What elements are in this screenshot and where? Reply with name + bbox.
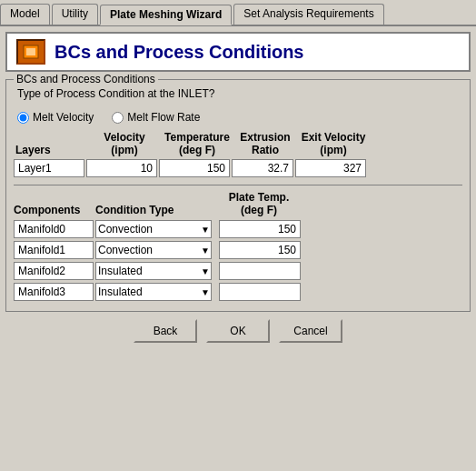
- layer-name-input[interactable]: [14, 159, 84, 177]
- col-header-exit: Exit Velocity (ipm): [297, 131, 370, 157]
- col-header-velocity: Velocity (ipm): [88, 131, 161, 157]
- plate-temp-3[interactable]: [219, 283, 301, 301]
- extrusion-input[interactable]: [232, 159, 293, 177]
- layer-input-row: [14, 159, 462, 177]
- tab-utility[interactable]: Utility: [52, 4, 98, 25]
- bcs-icon: [16, 39, 45, 65]
- radio-melt-flow-rate[interactable]: Melt Flow Rate: [112, 111, 200, 124]
- cond-select-1[interactable]: Convection Insulated: [95, 241, 212, 259]
- col-header-plate-temp: Plate Temp. (deg F): [213, 191, 304, 216]
- plate-temp-0[interactable]: [219, 220, 301, 238]
- exit-velocity-input[interactable]: [295, 159, 366, 177]
- divider: [14, 185, 462, 185]
- comp-row-0: Convection Insulated ▼: [14, 220, 462, 238]
- comp-headers: Components Condition Type Plate Temp. (d…: [14, 191, 462, 216]
- radio-melt-velocity[interactable]: Melt Velocity: [17, 111, 94, 124]
- tab-bar: Model Utility Plate Meshing Wizard Set A…: [0, 0, 476, 26]
- plate-temp-2[interactable]: [219, 262, 301, 280]
- ok-button[interactable]: OK: [206, 319, 270, 343]
- comp-row-1: Convection Insulated ▼: [14, 241, 462, 259]
- temperature-input[interactable]: [159, 159, 230, 177]
- col-header-condition: Condition Type: [95, 204, 213, 216]
- group-box-label: BCs and Process Conditions: [14, 73, 158, 85]
- cond-select-wrap-2: Convection Insulated ▼: [95, 262, 212, 280]
- cond-select-wrap-1: Convection Insulated ▼: [95, 241, 212, 259]
- back-button[interactable]: Back: [134, 319, 197, 343]
- svg-rect-1: [26, 48, 35, 55]
- table-headers: Layers Velocity (ipm) Temperature (deg F…: [14, 131, 462, 157]
- cond-select-0[interactable]: Convection Insulated: [95, 220, 212, 238]
- col-header-components: Components: [14, 204, 95, 216]
- bcs-group-box: BCs and Process Conditions Type of Proce…: [5, 79, 471, 312]
- button-row: Back OK Cancel: [5, 319, 471, 343]
- page-title: BCs and Process Conditions: [55, 42, 304, 63]
- comp-name-1[interactable]: [14, 241, 94, 259]
- col-header-extrusion: Extrusion Ratio: [233, 131, 297, 157]
- cancel-button[interactable]: Cancel: [279, 319, 342, 343]
- main-container: BCs and Process Conditions BCs and Proce…: [0, 26, 476, 471]
- col-header-temp: Temperature (deg F): [161, 131, 233, 157]
- cond-select-2[interactable]: Convection Insulated: [95, 262, 212, 280]
- cond-select-wrap-0: Convection Insulated ▼: [95, 220, 212, 238]
- header-box: BCs and Process Conditions: [5, 32, 471, 72]
- radio-melt-velocity-label: Melt Velocity: [33, 111, 94, 124]
- plate-temp-1[interactable]: [219, 241, 301, 259]
- radio-group: Melt Velocity Melt Flow Rate: [17, 111, 462, 124]
- cond-select-3[interactable]: Convection Insulated: [95, 283, 212, 301]
- comp-row-3: Convection Insulated ▼: [14, 283, 462, 301]
- velocity-input[interactable]: [86, 159, 157, 177]
- tab-plate-meshing-wizard[interactable]: Plate Meshing Wizard: [100, 5, 232, 25]
- comp-name-2[interactable]: [14, 262, 94, 280]
- comp-name-0[interactable]: [14, 220, 94, 238]
- inlet-question: Type of Process Condition at the INLET?: [17, 87, 462, 100]
- cond-select-wrap-3: Convection Insulated ▼: [95, 283, 212, 301]
- radio-melt-flow-rate-label: Melt Flow Rate: [127, 111, 200, 124]
- comp-row-2: Convection Insulated ▼: [14, 262, 462, 280]
- comp-name-3[interactable]: [14, 283, 94, 301]
- tab-model[interactable]: Model: [0, 4, 50, 25]
- col-header-layers: Layers: [15, 144, 88, 156]
- tab-set-analysis[interactable]: Set Analysis Requirements: [233, 4, 383, 25]
- components-section: Components Condition Type Plate Temp. (d…: [14, 191, 462, 301]
